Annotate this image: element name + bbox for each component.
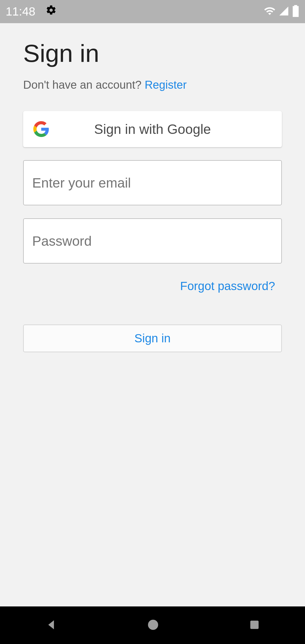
content: Sign in Don't have an account? Register … — [0, 23, 305, 352]
forgot-password-link[interactable]: Forgot password? — [180, 279, 275, 293]
battery-icon — [292, 5, 299, 18]
password-field[interactable] — [32, 233, 273, 249]
cellular-icon — [278, 6, 289, 18]
signin-button[interactable]: Sign in — [23, 325, 282, 352]
google-signin-label: Sign in with Google — [49, 121, 272, 137]
google-signin-button[interactable]: Sign in with Google — [23, 111, 282, 147]
subtitle-row: Don't have an account? Register — [23, 79, 282, 91]
svg-rect-1 — [250, 621, 259, 629]
settings-icon — [45, 5, 57, 19]
status-bar: 11:48 — [0, 0, 305, 23]
email-field[interactable] — [32, 175, 273, 191]
nav-back-icon[interactable] — [44, 618, 58, 633]
nav-home-icon[interactable] — [146, 618, 160, 633]
status-time: 11:48 — [6, 5, 35, 18]
status-left: 11:48 — [6, 5, 57, 19]
subtitle-prefix: Don't have an account? — [23, 79, 145, 91]
forgot-row: Forgot password? — [23, 279, 282, 293]
password-field-wrap[interactable] — [23, 218, 282, 264]
google-icon — [33, 121, 49, 137]
nav-recent-icon[interactable] — [248, 619, 261, 632]
signin-button-label: Sign in — [134, 332, 171, 345]
svg-point-0 — [148, 620, 158, 630]
status-right — [264, 5, 299, 18]
email-field-wrap[interactable] — [23, 160, 282, 205]
register-link[interactable]: Register — [145, 79, 187, 91]
wifi-icon — [264, 5, 276, 18]
page-title: Sign in — [23, 39, 282, 68]
nav-bar — [0, 606, 305, 644]
